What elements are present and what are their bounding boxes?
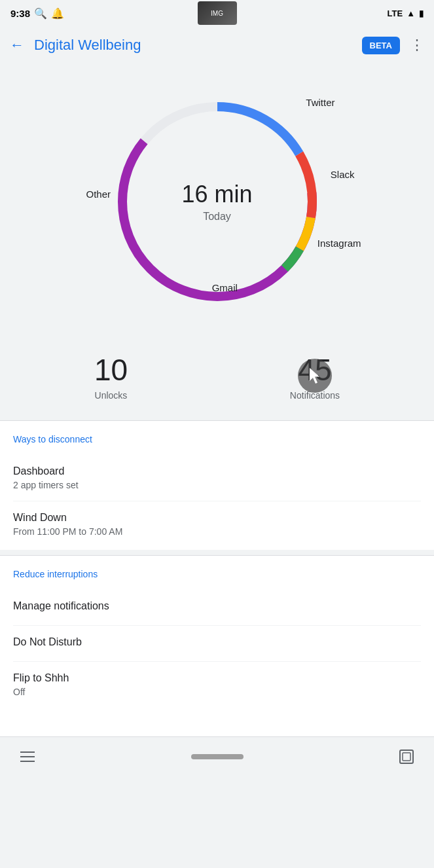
section-divider-gap xyxy=(0,550,434,555)
donut-chart: Twitter Slack Instagram Gmail Other 16 m… xyxy=(93,77,342,326)
cursor-circle-overlay xyxy=(298,359,332,393)
svg-rect-7 xyxy=(403,753,410,761)
wind-down-item[interactable]: Wind Down From 11:00 PM to 7:00 AM xyxy=(13,501,421,550)
slack-label: Slack xyxy=(331,169,355,180)
top-bar-right: BETA ⋮ xyxy=(362,33,429,57)
flip-to-shhh-subtitle: Off xyxy=(13,687,421,697)
bottom-nav xyxy=(0,736,434,776)
dashboard-item[interactable]: Dashboard 2 app timers set xyxy=(13,455,421,501)
signal-icon: ▲ xyxy=(407,9,415,18)
gmail-label: Gmail xyxy=(212,282,238,293)
page-title: Digital Wellbeing xyxy=(34,37,141,54)
content-spacer xyxy=(0,710,434,736)
hamburger-icon xyxy=(20,751,35,762)
wind-down-title: Wind Down xyxy=(13,512,421,524)
battery-icon: ▮ xyxy=(419,9,424,18)
unlocks-label: Unlocks xyxy=(94,390,128,401)
unlocks-stat: 10 Unlocks xyxy=(94,352,128,401)
back-icon: ← xyxy=(10,37,24,54)
chart-center: 16 min Today xyxy=(181,181,252,223)
do-not-disturb-title: Do Not Disturb xyxy=(13,636,421,648)
unlocks-number: 10 xyxy=(94,352,128,388)
stats-row: 10 Unlocks 45 Notifications xyxy=(0,346,434,420)
more-options-button[interactable]: ⋮ xyxy=(405,33,429,57)
do-not-disturb-item[interactable]: Do Not Disturb xyxy=(13,626,421,662)
dashboard-title: Dashboard xyxy=(13,465,421,477)
reduce-interruptions-title: Reduce interruptions xyxy=(13,569,421,579)
status-right: LTE ▲ ▮ xyxy=(388,9,424,18)
twitter-label: Twitter xyxy=(306,97,335,108)
manage-notifications-title: Manage notifications xyxy=(13,600,421,612)
search-icon: 🔍 xyxy=(34,7,47,20)
back-button[interactable]: ← xyxy=(3,31,31,60)
recent-apps-button[interactable] xyxy=(392,742,421,771)
recent-apps-icon xyxy=(397,748,416,766)
wind-down-subtitle: From 11:00 PM to 7:00 AM xyxy=(13,526,421,537)
dashboard-subtitle: 2 app timers set xyxy=(13,480,421,490)
beta-badge: BETA xyxy=(362,37,400,54)
flip-to-shhh-title: Flip to Shhh xyxy=(13,672,421,684)
other-label: Other xyxy=(86,189,111,200)
top-bar: ← Digital Wellbeing BETA ⋮ xyxy=(0,26,434,64)
chart-section: Twitter Slack Instagram Gmail Other 16 m… xyxy=(0,64,434,346)
manage-notifications-item[interactable]: Manage notifications xyxy=(13,590,421,626)
top-bar-left: ← Digital Wellbeing xyxy=(3,31,141,60)
ways-to-disconnect-title: Ways to disconnect xyxy=(13,434,421,444)
notifications-stat: 45 Notifications xyxy=(290,352,340,401)
status-left: 9:38 🔍 🔔 xyxy=(10,7,64,20)
home-pill[interactable] xyxy=(191,754,244,759)
status-bar: 9:38 🔍 🔔 IMG LTE ▲ ▮ xyxy=(0,0,434,26)
cursor-icon xyxy=(307,367,323,385)
more-dots-icon: ⋮ xyxy=(410,37,425,54)
instagram-label: Instagram xyxy=(317,238,361,249)
time-display: 9:38 xyxy=(10,8,30,19)
notification-icon: 🔔 xyxy=(51,7,64,20)
hamburger-menu-button[interactable] xyxy=(13,742,42,771)
chart-time-display: 16 min xyxy=(181,181,252,208)
svg-rect-6 xyxy=(400,750,413,763)
ways-to-disconnect-section: Ways to disconnect Dashboard 2 app timer… xyxy=(0,421,434,550)
flip-to-shhh-item[interactable]: Flip to Shhh Off xyxy=(13,662,421,710)
lte-label: LTE xyxy=(388,9,403,18)
reduce-interruptions-section: Reduce interruptions Manage notification… xyxy=(0,556,434,710)
chart-today-label: Today xyxy=(181,211,252,223)
